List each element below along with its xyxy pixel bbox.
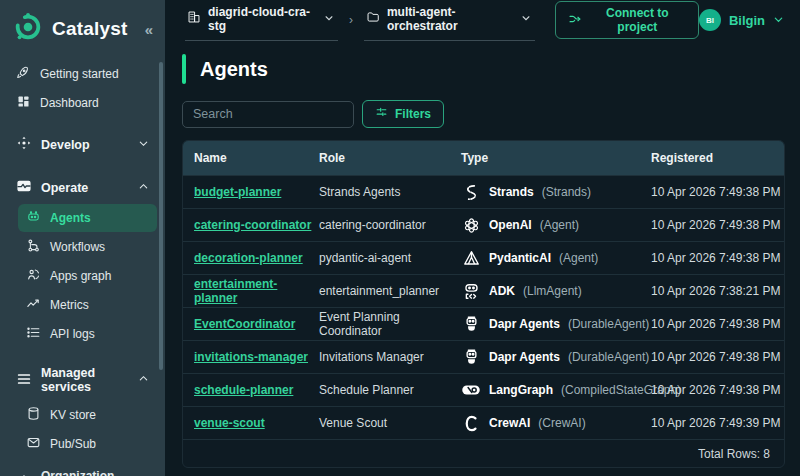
agent-name-link[interactable]: EventCoordinator <box>194 317 295 331</box>
list-icon <box>26 325 41 343</box>
database-icon <box>26 406 41 424</box>
sidebar-item-dashboard[interactable]: Dashboard <box>8 89 157 117</box>
table-row: venue-scout Venue Scout CrewAI (CrewAI) … <box>183 406 784 439</box>
agent-role: catering-coordinator <box>319 218 461 232</box>
connect-to-project-button[interactable]: Connect to project <box>555 1 699 39</box>
sliders-icon <box>375 106 388 122</box>
sidebar: Catalyst « Getting started Dashboard Dev… <box>0 0 165 476</box>
strands-icon <box>461 182 481 202</box>
page-content: Agents Filters Name Role Type Registered <box>165 40 800 468</box>
metrics-icon <box>26 296 41 314</box>
search-input[interactable] <box>182 101 354 128</box>
type-detail: (CrewAI) <box>538 416 585 430</box>
type-name: Dapr Agents <box>489 350 560 364</box>
table-row: budget-planner Strands Agents Strands (S… <box>183 175 784 208</box>
sidebar-nav: Getting started Dashboard Develop Operat… <box>0 57 165 476</box>
column-header-role[interactable]: Role <box>319 151 461 165</box>
connect-icon <box>568 12 582 29</box>
sidebar-section-managed-services[interactable]: Managed services <box>8 360 157 400</box>
operate-icon <box>16 178 32 197</box>
section-label: Develop <box>41 138 90 152</box>
title-row: Agents <box>182 54 785 84</box>
table-footer: Total Rows: 8 <box>183 439 784 467</box>
chevron-down-icon <box>773 11 784 29</box>
sidebar-section-operate[interactable]: Operate <box>8 172 157 203</box>
sidebar-item-getting-started[interactable]: Getting started <box>8 60 157 88</box>
column-header-name[interactable]: Name <box>183 151 319 165</box>
langgraph-icon <box>461 380 481 400</box>
column-header-registered[interactable]: Registered <box>651 151 784 165</box>
develop-icon <box>16 135 32 154</box>
sidebar-item-organization-settings[interactable]: Organization settings <box>8 464 157 476</box>
type-detail: (DurableAgent) <box>568 350 649 364</box>
rocket-icon <box>16 65 31 83</box>
brand-name: Catalyst <box>52 18 128 40</box>
agent-name-link[interactable]: invitations-manager <box>194 350 308 364</box>
column-header-type[interactable]: Type <box>461 151 651 165</box>
sidebar-item-label: Workflows <box>50 240 105 254</box>
sidebar-item-kv-store[interactable]: KV store <box>18 401 157 429</box>
filters-button[interactable]: Filters <box>362 100 444 128</box>
agent-name-link[interactable]: budget-planner <box>194 185 281 199</box>
connect-label: Connect to project <box>589 6 686 34</box>
envelope-icon <box>26 435 41 453</box>
sidebar-item-label: Pub/Sub <box>50 437 96 451</box>
agent-registered: 10 Apr 2026 7:49:38 PM <box>651 218 784 232</box>
page-title: Agents <box>200 58 268 81</box>
sidebar-collapse-button[interactable]: « <box>145 21 153 38</box>
sidebar-item-label: Agents <box>50 211 91 225</box>
filters-label: Filters <box>395 107 431 121</box>
project-selector[interactable]: multi-agent-orchestrator <box>364 0 535 41</box>
sidebar-item-label: Getting started <box>40 67 119 81</box>
table-header: Name Role Type Registered <box>183 141 784 175</box>
sidebar-item-metrics[interactable]: Metrics <box>18 291 157 319</box>
agent-role: pydantic-ai-agent <box>319 251 461 265</box>
agent-name-link[interactable]: catering-coordinator <box>194 218 311 232</box>
type-detail: (Agent) <box>540 218 579 232</box>
agent-registered: 10 Apr 2026 7:38:21 PM <box>651 284 784 298</box>
agents-table: Name Role Type Registered budget-planner… <box>182 140 785 468</box>
agent-role: Strands Agents <box>319 185 461 199</box>
agent-name-link[interactable]: schedule-planner <box>194 383 293 397</box>
sidebar-item-agents[interactable]: Agents <box>18 204 157 232</box>
agent-registered: 10 Apr 2026 7:49:38 PM <box>651 383 784 397</box>
total-rows-label: Total Rows: 8 <box>698 447 770 461</box>
title-accent-bar <box>182 54 186 84</box>
type-name: CrewAI <box>489 416 530 430</box>
chevron-down-icon <box>521 12 531 26</box>
type-name: Dapr Agents <box>489 317 560 331</box>
building-icon <box>187 10 201 27</box>
chevron-down-icon <box>324 12 334 26</box>
sidebar-section-develop[interactable]: Develop <box>8 129 157 160</box>
table-row: catering-coordinator catering-coordinato… <box>183 208 784 241</box>
project-name: multi-agent-orchestrator <box>387 5 514 33</box>
sidebar-item-workflows[interactable]: Workflows <box>18 233 157 261</box>
catalyst-logo-icon <box>12 11 44 47</box>
adk-icon <box>461 281 481 301</box>
robot-icon <box>26 209 41 227</box>
agent-role: Event Planning Coordinator <box>319 310 461 338</box>
sidebar-item-api-logs[interactable]: API logs <box>18 320 157 348</box>
type-name: Strands <box>489 185 534 199</box>
sidebar-item-pubsub[interactable]: Pub/Sub <box>18 430 157 458</box>
chevron-up-icon <box>138 181 149 195</box>
user-menu[interactable]: BI Bilgin <box>699 9 784 31</box>
org-name: diagrid-cloud-cra-stg <box>208 5 317 33</box>
sidebar-scrollbar[interactable] <box>159 62 163 370</box>
apps-graph-icon <box>26 267 41 285</box>
agent-name-link[interactable]: decoration-planner <box>194 251 303 265</box>
sidebar-item-apps-graph[interactable]: Apps graph <box>18 262 157 290</box>
managed-subnav: KV store Pub/Sub <box>8 401 157 458</box>
sidebar-item-label: Metrics <box>50 298 89 312</box>
type-name: PydanticAI <box>489 251 551 265</box>
user-name: Bilgin <box>729 13 765 28</box>
stack-icon <box>16 371 32 390</box>
table-row: decoration-planner pydantic-ai-agent Pyd… <box>183 241 784 274</box>
table-row: entertainment-planner entertainment_plan… <box>183 274 784 307</box>
topbar: diagrid-cloud-cra-stg › multi-agent-orch… <box>165 0 800 40</box>
org-selector[interactable]: diagrid-cloud-cra-stg <box>185 0 338 41</box>
agent-name-link[interactable]: venue-scout <box>194 416 265 430</box>
agent-registered: 10 Apr 2026 7:49:38 PM <box>651 317 784 331</box>
agent-name-link[interactable]: entertainment-planner <box>194 277 277 305</box>
sidebar-item-label: Dashboard <box>40 96 99 110</box>
